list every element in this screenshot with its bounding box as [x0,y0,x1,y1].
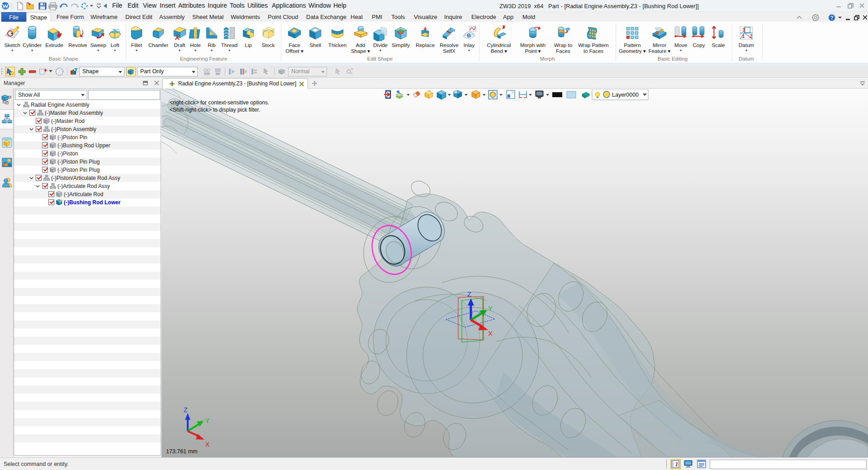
svg-text:Z: Z [184,406,188,414]
svg-text:Y: Y [205,417,210,424]
svg-text:Z: Z [467,290,471,298]
svg-text:?: ? [830,15,834,20]
svg-text:X: X [488,329,493,337]
svg-text:Y: Y [488,305,493,312]
svg-text:X: X [205,441,210,448]
svg-text:Layer0000: Layer0000 [612,92,639,98]
